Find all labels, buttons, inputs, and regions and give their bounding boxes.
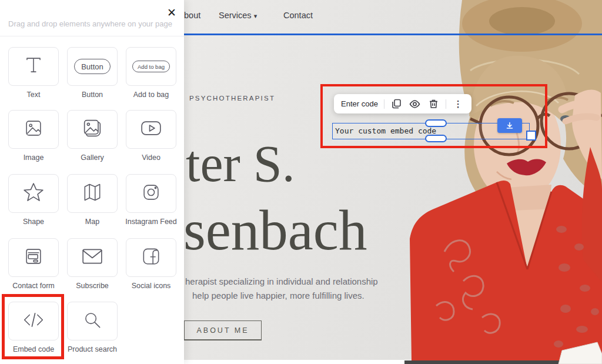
element-tile-add-to-bag[interactable]: Add to bag bbox=[126, 47, 176, 86]
element-label-shape: Shape bbox=[4, 218, 63, 226]
toolbar-divider bbox=[384, 99, 384, 109]
element-tile-instagram-feed[interactable] bbox=[126, 174, 176, 213]
close-icon[interactable]: ✕ bbox=[164, 5, 179, 20]
map-icon bbox=[81, 181, 104, 206]
resize-handle-corner[interactable] bbox=[526, 131, 536, 141]
element-label-social-icons: Social icons bbox=[122, 282, 180, 290]
element-tile-product-search[interactable] bbox=[67, 302, 118, 340]
element-tile-subscribe[interactable] bbox=[67, 238, 118, 277]
contact-form-icon bbox=[22, 245, 45, 270]
button-icon: Button bbox=[74, 59, 111, 74]
product-search-icon bbox=[81, 309, 103, 333]
embed-code-icon bbox=[21, 310, 46, 332]
embed-toolbar: Enter code ⋮ bbox=[334, 94, 471, 113]
chevron-down-icon: ▾ bbox=[254, 12, 257, 19]
element-tile-map[interactable] bbox=[67, 174, 118, 213]
duplicate-icon[interactable] bbox=[390, 98, 403, 111]
element-label-map: Map bbox=[63, 218, 122, 226]
element-tile-gallery[interactable] bbox=[67, 110, 118, 149]
element-tile-shape[interactable] bbox=[8, 174, 59, 213]
add-elements-panel: Drag and drop elements anywhere on your … bbox=[0, 0, 184, 364]
element-label-video: Video bbox=[122, 153, 180, 162]
element-tile-text[interactable] bbox=[8, 47, 59, 86]
element-label-contact-form: Contact form bbox=[4, 282, 63, 290]
image-icon bbox=[22, 117, 45, 142]
element-label-add-to-bag: Add to bag bbox=[122, 91, 180, 99]
drag-download-button[interactable] bbox=[497, 118, 522, 133]
element-label-gallery: Gallery bbox=[63, 153, 122, 162]
element-label-text: Text bbox=[4, 91, 63, 99]
visibility-eye-icon[interactable] bbox=[409, 98, 421, 111]
element-label-instagram-feed: Instagram Feed bbox=[122, 218, 180, 226]
delete-trash-icon[interactable] bbox=[427, 98, 439, 111]
hero-title-line1: ter S. bbox=[186, 134, 295, 193]
shape-icon bbox=[22, 181, 45, 206]
subscribe-icon bbox=[81, 247, 104, 268]
element-tile-embed-code[interactable] bbox=[8, 302, 59, 340]
element-tile-contact-form[interactable] bbox=[8, 238, 59, 277]
enter-code-button[interactable]: Enter code bbox=[341, 99, 378, 108]
social-icons-icon bbox=[140, 245, 162, 270]
resize-handle-bottom[interactable] bbox=[425, 135, 447, 142]
nav-item-contact[interactable]: Contact bbox=[283, 11, 313, 20]
element-label-embed-code: Embed code bbox=[4, 345, 63, 353]
element-tile-video[interactable] bbox=[126, 110, 176, 149]
element-label-image: Image bbox=[4, 153, 63, 162]
hero-title-line2: senbach bbox=[183, 198, 367, 263]
element-tile-image[interactable] bbox=[8, 110, 59, 149]
resize-handle-top[interactable] bbox=[425, 119, 447, 127]
nav-item-services[interactable]: Services ▾ bbox=[219, 11, 257, 20]
add-to-bag-icon: Add to bag bbox=[132, 61, 170, 72]
text-icon bbox=[22, 54, 45, 79]
hero-paragraph-line2: help people live happier, more fulfillin… bbox=[192, 290, 364, 300]
gallery-icon bbox=[81, 116, 104, 142]
hero-paragraph-line1: herapist specializing in individual and … bbox=[185, 276, 378, 286]
download-icon bbox=[506, 122, 514, 130]
more-options-kebab-icon[interactable]: ⋮ bbox=[452, 98, 464, 111]
hero-eyebrow: PSYCHOTHERAPIST bbox=[189, 95, 275, 102]
about-me-button[interactable]: ABOUT ME bbox=[184, 320, 262, 340]
nav-item-about[interactable]: bout bbox=[184, 11, 200, 20]
toolbar-divider bbox=[446, 99, 446, 109]
panel-header-text: Drag and drop elements anywhere on your … bbox=[8, 19, 172, 28]
panel-divider bbox=[0, 36, 184, 36]
element-label-button: Button bbox=[63, 91, 122, 99]
video-icon bbox=[139, 118, 163, 141]
portrait-photo bbox=[385, 0, 602, 364]
element-tile-button[interactable]: Button bbox=[67, 47, 118, 86]
element-label-subscribe: Subscribe bbox=[63, 282, 122, 290]
element-tile-social-icons[interactable] bbox=[126, 238, 176, 277]
instagram-feed-icon bbox=[140, 181, 162, 206]
element-label-product-search: Product search bbox=[63, 345, 122, 353]
